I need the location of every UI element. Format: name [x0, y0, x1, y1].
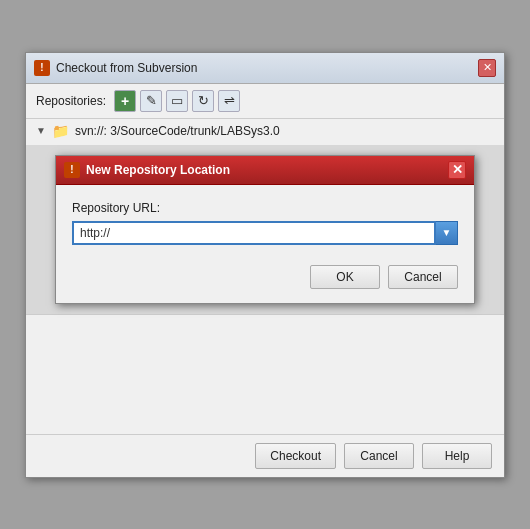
- checkout-button[interactable]: Checkout: [255, 443, 336, 469]
- dialog-titlebar: ! New Repository Location ✕: [56, 156, 474, 185]
- edit-repository-button[interactable]: ✎: [140, 90, 162, 112]
- repository-url-input[interactable]: [72, 221, 436, 245]
- cancel-button[interactable]: Cancel: [388, 265, 458, 289]
- repository-row: ▼ 📁 svn://: 3/SourceCode/trunk/LABSys3.0: [26, 119, 504, 145]
- help-button[interactable]: Help: [422, 443, 492, 469]
- dialog-title-text: New Repository Location: [86, 163, 442, 177]
- bottom-cancel-button[interactable]: Cancel: [344, 443, 414, 469]
- outer-window: ! Checkout from Subversion ✕ Repositorie…: [25, 52, 505, 478]
- folder-icon: 📁: [52, 123, 69, 139]
- remove-repository-button[interactable]: ▭: [166, 90, 188, 112]
- outer-title-icon: !: [34, 60, 50, 76]
- url-field-label: Repository URL:: [72, 201, 458, 215]
- url-row: ▼: [72, 221, 458, 245]
- dialog-body: Repository URL: ▼: [56, 185, 474, 257]
- outer-titlebar: ! Checkout from Subversion ✕: [26, 53, 504, 84]
- dialog-title-icon: !: [64, 162, 80, 178]
- expand-arrow-icon: ▼: [36, 125, 46, 136]
- outer-close-button[interactable]: ✕: [478, 59, 496, 77]
- bottom-bar: Checkout Cancel Help: [26, 434, 504, 477]
- ok-button[interactable]: OK: [310, 265, 380, 289]
- settings-button[interactable]: ⇌: [218, 90, 240, 112]
- toolbar: Repositories: + ✎ ▭ ↻ ⇌: [26, 84, 504, 119]
- dialog-footer: OK Cancel: [56, 257, 474, 303]
- repository-url: svn://: 3/SourceCode/trunk/LABSys3.0: [75, 124, 280, 138]
- refresh-button[interactable]: ↻: [192, 90, 214, 112]
- main-content-area: [26, 314, 504, 434]
- new-repository-dialog: ! New Repository Location ✕ Repository U…: [55, 155, 475, 304]
- dialog-close-button[interactable]: ✕: [448, 161, 466, 179]
- url-dropdown-button[interactable]: ▼: [436, 221, 458, 245]
- modal-overlay: ! New Repository Location ✕ Repository U…: [26, 145, 504, 314]
- add-repository-button[interactable]: +: [114, 90, 136, 112]
- outer-title-text: Checkout from Subversion: [56, 61, 472, 75]
- repositories-label: Repositories:: [36, 94, 106, 108]
